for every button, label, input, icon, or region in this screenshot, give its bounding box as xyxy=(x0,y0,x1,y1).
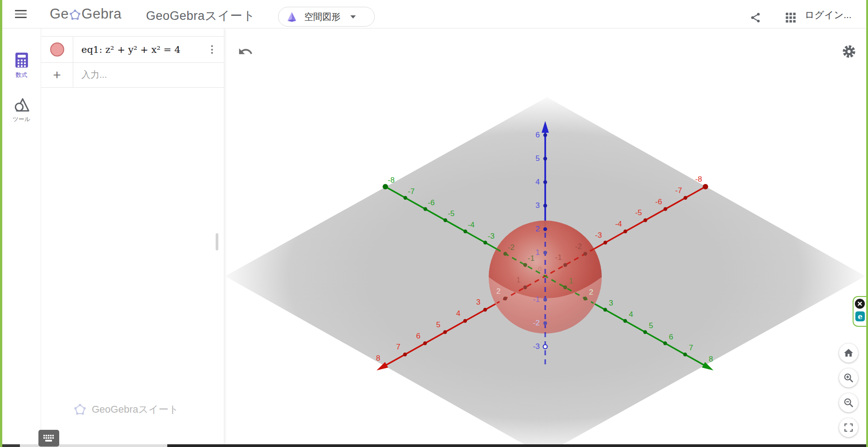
logo-text-right: Gebra xyxy=(81,6,122,22)
y-label--1: -1 xyxy=(528,254,534,263)
menu-column xyxy=(200,37,224,62)
y-tick-3 xyxy=(603,308,607,311)
z-tick-6 xyxy=(543,133,547,137)
z-label-1: 1 xyxy=(536,248,540,257)
header: Ge Gebra GeoGebraスイート 空間図形 ログイン... xyxy=(2,0,866,28)
z-tick--1 xyxy=(543,298,547,301)
y-label-4: 4 xyxy=(629,310,633,319)
z-tick--2 xyxy=(543,321,547,325)
login-button[interactable]: ログイン... xyxy=(805,9,851,21)
marble-column xyxy=(41,37,73,62)
x-label-6: 6 xyxy=(416,332,420,340)
row-menu-icon[interactable] xyxy=(208,42,216,56)
y-label-7: 7 xyxy=(689,343,693,352)
x-tick--6 xyxy=(664,207,667,211)
sidebar-item-label: 数式 xyxy=(16,71,28,79)
y-label--7: -7 xyxy=(408,187,415,196)
keyboard-toggle-button[interactable] xyxy=(38,430,59,447)
y-tick-1 xyxy=(563,286,567,289)
sidebar-item-algebra[interactable]: 数式 xyxy=(2,52,41,79)
x-tick--1 xyxy=(563,263,567,267)
y-tick--6 xyxy=(424,207,427,211)
z-tick-1 xyxy=(543,251,547,254)
graphics-3d-view: -8-7-6-5-4-3-2-112345678-8-7-6-5-4-3-2-1… xyxy=(226,28,868,447)
x-label-3: 3 xyxy=(476,298,480,306)
y-label--6: -6 xyxy=(428,198,434,207)
zoom-out-icon xyxy=(843,397,854,408)
y-tick--8 xyxy=(382,184,388,189)
undo-button[interactable] xyxy=(238,44,253,59)
extension-widget: e xyxy=(853,296,866,327)
tools-icon xyxy=(14,97,30,113)
x-tick--4 xyxy=(623,230,627,233)
x-label--5: -5 xyxy=(635,208,642,217)
chevron-down-icon xyxy=(350,15,356,19)
extension-e-icon[interactable]: e xyxy=(855,311,865,321)
z-tick-3 xyxy=(543,204,547,207)
sidebar-item-label: ツール xyxy=(13,115,31,123)
menu-icon[interactable] xyxy=(15,10,27,18)
sidebar-rail: 数式 ツール xyxy=(2,28,41,447)
z-label-4: 4 xyxy=(536,178,540,186)
x-tick--5 xyxy=(643,218,647,222)
add-input-icon[interactable]: + xyxy=(41,62,73,87)
x-label-1: 1 xyxy=(516,276,520,284)
y-tick--3 xyxy=(483,241,487,245)
z-tick--3 xyxy=(543,345,547,349)
x-label--6: -6 xyxy=(655,198,662,206)
x-label-2: 2 xyxy=(496,287,500,296)
zoom-in-button[interactable] xyxy=(839,368,858,387)
logo-text-left: Ge xyxy=(50,6,69,22)
x-tick-1 xyxy=(524,286,527,289)
app-switcher-label: 空間図形 xyxy=(304,11,340,23)
z-label-6: 6 xyxy=(536,131,540,139)
app-switcher-dropdown[interactable]: 空間図形 xyxy=(278,7,375,27)
y-label--8: -8 xyxy=(388,176,395,184)
equation-text[interactable]: eq1: z² + y² + x² = 4 xyxy=(73,37,200,62)
bottom-bar-dark xyxy=(167,444,868,447)
x-tick--2 xyxy=(583,252,587,255)
bottom-bar-left xyxy=(0,444,20,447)
x-tick--8 xyxy=(703,184,708,189)
z-label-5: 5 xyxy=(536,154,540,163)
algebra-row-eq1[interactable]: eq1: z² + y² + x² = 4 xyxy=(41,36,224,63)
y-tick--4 xyxy=(463,230,467,233)
pentagon-watermark-icon xyxy=(74,403,86,416)
y-label-6: 6 xyxy=(669,333,673,341)
apps-grid-icon[interactable] xyxy=(785,12,797,24)
zoom-out-button[interactable] xyxy=(839,393,858,412)
share-icon[interactable] xyxy=(750,12,761,24)
z-tick-2 xyxy=(543,227,547,231)
y-tick-6 xyxy=(663,341,667,345)
x-tick-4 xyxy=(463,319,467,323)
calculator-icon xyxy=(14,52,29,68)
x-label--2: -2 xyxy=(575,242,582,251)
close-icon[interactable] xyxy=(855,299,865,309)
watermark-text: GeoGebraスイート xyxy=(92,403,179,416)
z-label-3: 3 xyxy=(536,201,540,210)
y-tick-5 xyxy=(643,330,647,334)
z-label--1: -1 xyxy=(533,295,540,304)
x-tick--7 xyxy=(684,196,687,200)
home-icon xyxy=(843,348,854,358)
fullscreen-button[interactable] xyxy=(839,418,858,437)
origin-label: 0 xyxy=(538,265,542,273)
pyramid-icon xyxy=(286,11,298,23)
algebra-input-field[interactable]: 入力... xyxy=(73,62,224,87)
algebra-panel: eq1: z² + y² + x² = 4 + 入力... GeoGebraスイ… xyxy=(41,28,224,447)
x-tick-7 xyxy=(403,353,407,356)
y-label--3: -3 xyxy=(488,232,495,240)
panel-scrollbar-thumb[interactable] xyxy=(216,233,218,250)
y-label-5: 5 xyxy=(649,321,653,330)
3d-scene[interactable]: -8-7-6-5-4-3-2-112345678-8-7-6-5-4-3-2-1… xyxy=(226,28,868,447)
home-button[interactable] xyxy=(839,343,858,362)
watermark: GeoGebraスイート xyxy=(74,403,179,416)
y-label-1: 1 xyxy=(569,277,573,285)
settings-gear-icon[interactable] xyxy=(842,44,856,59)
x-label--8: -8 xyxy=(695,175,702,184)
algebra-input-row[interactable]: + 入力... xyxy=(41,62,224,88)
sidebar-item-tools[interactable]: ツール xyxy=(2,97,41,123)
z-tick-4 xyxy=(543,180,547,184)
x-tick-2 xyxy=(503,296,507,300)
visibility-marble[interactable] xyxy=(50,42,64,56)
